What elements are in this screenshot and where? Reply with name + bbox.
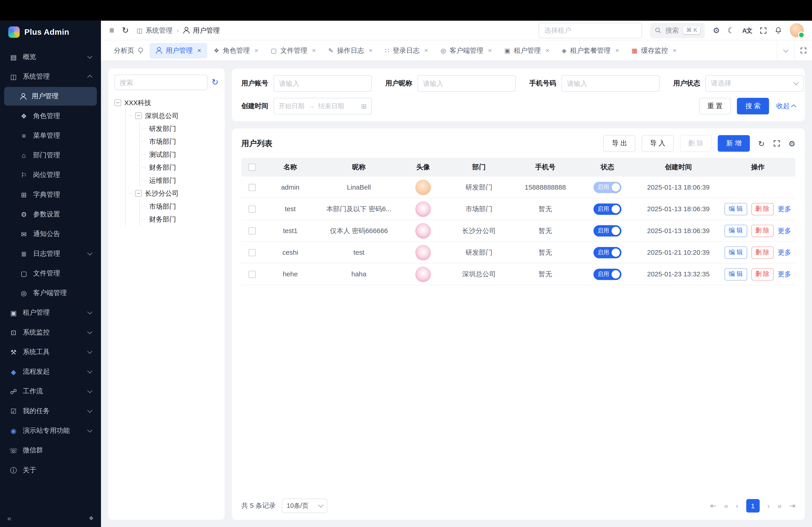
sidebar-item-demo-features[interactable]: ◉演示站专用功能 bbox=[4, 422, 97, 440]
tree-node-branch[interactable]: 长沙分公司 bbox=[128, 187, 218, 200]
collapse-filters-button[interactable]: 收起 bbox=[777, 102, 796, 111]
tree-node-dept[interactable]: 测试部门 bbox=[142, 148, 218, 161]
reset-button[interactable]: 重 置 bbox=[699, 98, 731, 114]
tree-node-dept[interactable]: 市场部门 bbox=[142, 200, 218, 213]
sidebar-item-system-tools[interactable]: ⚒系统工具 bbox=[4, 343, 97, 361]
sidebar-item-param-settings[interactable]: ⚙参数设置 bbox=[4, 205, 97, 224]
search-button[interactable]: 搜 索 bbox=[737, 98, 769, 114]
more-button[interactable]: 更多 bbox=[778, 204, 791, 213]
more-button[interactable]: 更多 bbox=[778, 248, 791, 257]
status-toggle[interactable]: 启用 bbox=[593, 246, 621, 258]
sidebar-item-system-management[interactable]: ◫系统管理 bbox=[4, 67, 97, 86]
tab-tenant-package-management[interactable]: ◈租户套餐管理× bbox=[556, 43, 625, 58]
status-toggle[interactable]: 启用 bbox=[593, 225, 621, 237]
status-select[interactable]: 请选择 bbox=[705, 75, 804, 91]
sidebar-item-menu-management[interactable]: ≡菜单管理 bbox=[4, 126, 97, 145]
row-checkbox[interactable] bbox=[249, 205, 256, 213]
tab-file-management[interactable]: ▢文件管理× bbox=[265, 43, 321, 58]
row-checkbox[interactable] bbox=[249, 249, 256, 256]
tree-collapse-icon[interactable] bbox=[135, 112, 142, 119]
user-avatar[interactable] bbox=[790, 23, 804, 37]
close-icon[interactable]: × bbox=[255, 47, 258, 54]
pagination-next-button[interactable]: › bbox=[767, 502, 770, 509]
hamburger-menu-icon[interactable]: ≡ bbox=[109, 26, 114, 34]
table-fullscreen-icon[interactable] bbox=[773, 140, 780, 147]
batch-delete-button[interactable]: 删 除 bbox=[680, 135, 712, 151]
refresh-page-icon[interactable]: ↻ bbox=[122, 26, 129, 34]
sidebar-item-workflow[interactable]: ☍工作流 bbox=[4, 382, 97, 401]
edit-button[interactable]: 编 辑 bbox=[724, 268, 747, 281]
close-icon[interactable]: × bbox=[369, 47, 373, 54]
sidebar-item-notice[interactable]: ✉通知公告 bbox=[4, 225, 97, 243]
tab-login-log[interactable]: ∷登录日志× bbox=[379, 43, 434, 58]
status-toggle[interactable]: 启用 bbox=[593, 269, 621, 280]
import-button[interactable]: 导 入 bbox=[642, 135, 673, 151]
sidebar-item-process-start[interactable]: ◆流程发起 bbox=[4, 362, 97, 381]
translate-icon[interactable]: A文 bbox=[742, 27, 752, 34]
tree-search-input[interactable] bbox=[114, 75, 207, 90]
status-toggle[interactable]: 启用 bbox=[593, 181, 621, 193]
phone-input[interactable] bbox=[562, 75, 660, 91]
add-button[interactable]: 新 增 bbox=[718, 135, 750, 151]
date-range-picker[interactable]: 开始日期 → 结束日期 ⊞ bbox=[273, 98, 372, 114]
tree-node-dept[interactable]: 运维部门 bbox=[142, 174, 218, 187]
more-button[interactable]: 更多 bbox=[778, 226, 791, 235]
sidebar-item-post-management[interactable]: ⚐岗位管理 bbox=[4, 166, 97, 184]
row-checkbox[interactable] bbox=[249, 270, 256, 278]
tree-collapse-icon[interactable] bbox=[114, 100, 121, 106]
tree-node-dept[interactable]: 市场部门 bbox=[142, 135, 218, 148]
tenant-select-input[interactable] bbox=[539, 22, 642, 38]
tab-list-dropdown-button[interactable] bbox=[777, 40, 794, 61]
sidebar-item-tenant-management[interactable]: ▣租户管理 bbox=[4, 303, 97, 322]
tree-node-branch[interactable]: 深圳总公司 bbox=[128, 109, 218, 122]
sidebar-pin-icon[interactable]: ❖ bbox=[89, 515, 94, 522]
tab-tenant-management[interactable]: ▣租户管理× bbox=[499, 43, 555, 58]
global-search-button[interactable]: 搜索 ⌘ K bbox=[650, 22, 705, 38]
tab-operation-log[interactable]: ✎操作日志× bbox=[322, 43, 378, 58]
sidebar-item-dict-management[interactable]: ⊞字典管理 bbox=[4, 185, 97, 204]
page-size-select[interactable]: 10条/页 bbox=[282, 499, 328, 513]
sidebar-item-about[interactable]: ⓘ关于 bbox=[4, 461, 97, 479]
select-all-checkbox[interactable] bbox=[249, 164, 256, 171]
collapse-sidebar-button[interactable]: « bbox=[7, 514, 11, 523]
dark-mode-icon[interactable]: ☾ bbox=[727, 26, 735, 34]
pagination-first-button[interactable]: ⇤ bbox=[710, 502, 716, 509]
tab-client-management[interactable]: ◎客户端管理× bbox=[435, 43, 497, 58]
export-button[interactable]: 导 出 bbox=[604, 135, 635, 151]
delete-button[interactable]: 删 除 bbox=[751, 268, 774, 281]
table-refresh-icon[interactable]: ↻ bbox=[758, 139, 765, 147]
sidebar-item-wechat-group[interactable]: ☏微信群 bbox=[4, 441, 97, 460]
edit-button[interactable]: 编 辑 bbox=[724, 202, 747, 215]
sidebar-item-client-management[interactable]: ◎客户端管理 bbox=[4, 284, 97, 302]
sidebar-item-department-management[interactable]: ⌂部门管理 bbox=[4, 146, 97, 165]
gear-icon[interactable]: ⚙ bbox=[713, 26, 720, 34]
delete-button[interactable]: 删 除 bbox=[751, 246, 774, 258]
close-icon[interactable]: × bbox=[488, 47, 492, 54]
tab-role-management[interactable]: ❖角色管理× bbox=[208, 43, 264, 58]
table-settings-icon[interactable]: ⚙ bbox=[788, 139, 796, 147]
close-icon[interactable]: × bbox=[546, 47, 549, 54]
tab-cache-monitor[interactable]: ▦缓存监控× bbox=[626, 43, 682, 58]
sidebar-item-role-management[interactable]: ❖角色管理 bbox=[4, 107, 97, 125]
row-checkbox[interactable] bbox=[249, 183, 256, 191]
tab-analysis[interactable]: 分析页 bbox=[108, 43, 149, 58]
bell-icon[interactable] bbox=[775, 26, 782, 34]
pagination-fast-next-button[interactable]: » bbox=[778, 502, 782, 509]
tree-collapse-icon[interactable] bbox=[135, 190, 142, 197]
sidebar-item-my-tasks[interactable]: ☑我的任务 bbox=[4, 402, 97, 420]
tree-refresh-icon[interactable]: ↻ bbox=[212, 78, 219, 87]
close-icon[interactable]: × bbox=[615, 47, 619, 54]
tab-user-management[interactable]: 用户管理× bbox=[150, 43, 207, 58]
tree-node-dept[interactable]: 财务部门 bbox=[142, 213, 218, 226]
pagination-page-1[interactable]: 1 bbox=[746, 499, 760, 513]
pagination-prev-button[interactable]: ‹ bbox=[736, 502, 738, 509]
sidebar-item-file-management[interactable]: ▢文件管理 bbox=[4, 264, 97, 283]
tree-node-dept[interactable]: 财务部门 bbox=[142, 161, 218, 174]
pagination-fast-prev-button[interactable]: « bbox=[724, 502, 728, 509]
fullscreen-icon[interactable] bbox=[760, 27, 767, 34]
tree-node-dept[interactable]: 研发部门 bbox=[142, 122, 218, 135]
close-icon[interactable]: × bbox=[672, 47, 677, 54]
account-input[interactable] bbox=[273, 75, 372, 91]
nickname-input[interactable] bbox=[417, 75, 516, 91]
breadcrumb-current[interactable]: 用户管理 bbox=[183, 26, 220, 35]
